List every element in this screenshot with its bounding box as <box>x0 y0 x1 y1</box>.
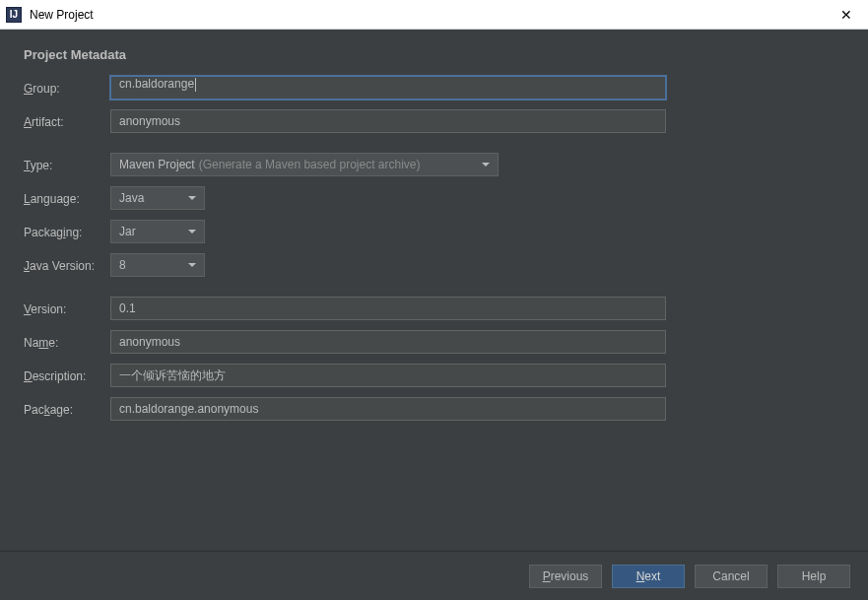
new-project-window: IJ New Project ✕ Project Metadata Group:… <box>0 0 868 600</box>
label-artifact: Artifact: <box>24 113 110 129</box>
packaging-select[interactable]: Jar <box>110 220 205 243</box>
label-version: Version: <box>24 300 110 316</box>
text-caret <box>195 78 196 92</box>
next-button[interactable]: Next <box>612 565 685 588</box>
group-input[interactable]: cn.baldorange <box>110 76 666 100</box>
type-select[interactable]: Maven Project (Generate a Maven based pr… <box>110 153 499 176</box>
chevron-down-icon <box>188 263 196 267</box>
cancel-button[interactable]: Cancel <box>695 565 768 588</box>
label-language: Language: <box>24 190 110 206</box>
label-group: Group: <box>24 80 110 96</box>
java-version-select[interactable]: 8 <box>110 253 205 277</box>
content-area: Project Metadata Group: cn.baldorange Ar… <box>0 30 868 551</box>
app-icon: IJ <box>6 7 22 23</box>
packaging-value: Jar <box>119 225 136 238</box>
type-hint: (Generate a Maven based project archive) <box>199 158 421 171</box>
chevron-down-icon <box>188 230 196 233</box>
row-name: Name: <box>24 330 844 354</box>
titlebar: IJ New Project ✕ <box>0 0 868 30</box>
version-input[interactable] <box>110 297 666 320</box>
label-description: Description: <box>24 367 110 383</box>
language-select[interactable]: Java <box>110 186 205 210</box>
label-name: Name: <box>24 334 110 350</box>
section-title: Project Metadata <box>24 47 844 62</box>
row-package: Package: <box>24 397 844 421</box>
row-java-version: Java Version: 8 <box>24 253 844 277</box>
help-button[interactable]: Help <box>777 565 850 588</box>
label-package: Package: <box>24 401 110 417</box>
type-value: Maven Project <box>119 158 195 171</box>
artifact-input[interactable] <box>110 109 666 133</box>
row-type: Type: Maven Project (Generate a Maven ba… <box>24 153 844 176</box>
row-description: Description: <box>24 364 844 387</box>
label-java-version: Java Version: <box>24 257 110 273</box>
name-input[interactable] <box>110 330 666 354</box>
row-language: Language: Java <box>24 186 844 210</box>
previous-button[interactable]: Previous <box>529 565 602 588</box>
window-title: New Project <box>30 8 824 22</box>
chevron-down-icon <box>482 163 490 167</box>
row-version: Version: <box>24 297 844 320</box>
chevron-down-icon <box>188 196 196 200</box>
row-packaging: Packaging: Jar <box>24 220 844 243</box>
java-version-value: 8 <box>119 258 126 272</box>
footer: Previous Next Cancel Help <box>0 551 868 600</box>
form: Group: cn.baldorange Artifact: Type: Mav… <box>24 76 844 541</box>
language-value: Java <box>119 191 144 205</box>
package-input[interactable] <box>110 397 666 421</box>
row-group: Group: cn.baldorange <box>24 76 844 100</box>
label-type: Type: <box>24 157 110 172</box>
close-icon[interactable]: ✕ <box>824 0 868 30</box>
row-artifact: Artifact: <box>24 109 844 133</box>
label-packaging: Packaging: <box>24 224 110 239</box>
description-input[interactable] <box>110 364 666 387</box>
